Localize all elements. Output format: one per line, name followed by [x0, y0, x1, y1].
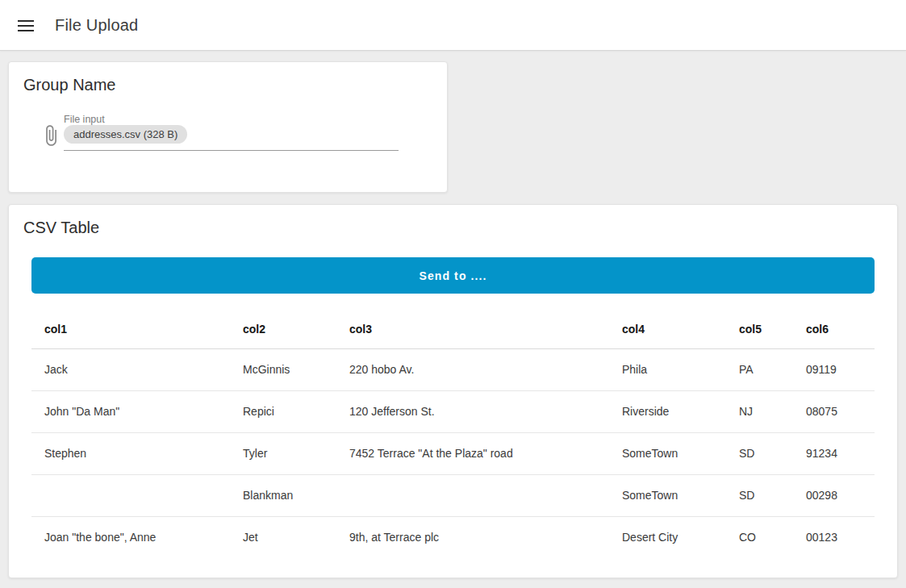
column-header: col5	[726, 310, 793, 348]
table-cell: 00123	[793, 516, 875, 558]
table-cell	[336, 474, 609, 516]
table-cell: 09119	[793, 348, 875, 390]
table-cell: 7452 Terrace "At the Plaza" road	[336, 432, 609, 474]
group-name-card-title: Group Name	[23, 76, 116, 94]
table-cell: SomeTown	[609, 432, 726, 474]
csv-table-container: col1col2col3col4col5col6 JackMcGinnis220…	[31, 310, 875, 558]
csv-table: col1col2col3col4col5col6 JackMcGinnis220…	[31, 310, 875, 558]
table-cell: SomeTown	[609, 474, 726, 516]
table-cell: Jet	[230, 516, 336, 558]
hamburger-bar	[18, 20, 34, 22]
table-row: BlankmanSomeTownSD00298	[31, 474, 875, 516]
table-cell: SD	[726, 432, 793, 474]
table-cell: 00298	[793, 474, 875, 516]
table-body: JackMcGinnis220 hobo Av.PhilaPA09119John…	[31, 348, 875, 558]
table-cell: Phila	[609, 348, 726, 390]
table-cell: Repici	[230, 390, 336, 432]
table-cell: Riverside	[609, 390, 726, 432]
column-header: col6	[793, 310, 875, 348]
page-title: File Upload	[55, 0, 138, 51]
table-cell: NJ	[726, 390, 793, 432]
table-cell: SD	[726, 474, 793, 516]
table-cell: 120 Jefferson St.	[336, 390, 609, 432]
table-cell: John "Da Man"	[31, 390, 230, 432]
table-cell: Blankman	[230, 474, 336, 516]
file-chip[interactable]: addresses.csv (328 B)	[64, 125, 187, 144]
hamburger-bar	[18, 30, 34, 31]
table-row: JackMcGinnis220 hobo Av.PhilaPA09119	[31, 348, 875, 390]
column-header: col1	[31, 310, 230, 348]
table-cell: Joan "the bone", Anne	[31, 516, 230, 558]
table-row: Joan "the bone", AnneJet9th, at Terrace …	[31, 516, 875, 558]
paperclip-icon[interactable]	[40, 120, 62, 151]
table-cell: Desert City	[609, 516, 726, 558]
group-name-card: Group Name File input addresses.csv (328…	[8, 61, 448, 193]
app-bar: File Upload	[0, 0, 906, 51]
file-input-underline[interactable]	[64, 150, 399, 151]
table-header-row: col1col2col3col4col5col6	[31, 310, 875, 348]
send-to-button[interactable]: Send to ....	[31, 257, 875, 294]
table-row: John "Da Man"Repici120 Jefferson St.Rive…	[31, 390, 875, 432]
table-cell: Stephen	[31, 432, 230, 474]
table-cell	[31, 474, 230, 516]
table-cell: 220 hobo Av.	[336, 348, 609, 390]
table-cell: Tyler	[230, 432, 336, 474]
table-row: StephenTyler7452 Terrace "At the Plaza" …	[31, 432, 875, 474]
column-header: col3	[336, 310, 609, 348]
table-cell: 9th, at Terrace plc	[336, 516, 609, 558]
table-cell: Jack	[31, 348, 230, 390]
table-cell: McGinnis	[230, 348, 336, 390]
table-cell: 08075	[793, 390, 875, 432]
csv-table-card-title: CSV Table	[23, 219, 99, 237]
column-header: col4	[609, 310, 726, 348]
column-header: col2	[230, 310, 336, 348]
table-cell: PA	[726, 348, 793, 390]
hamburger-bar	[18, 25, 34, 27]
file-input-label: File input	[64, 114, 105, 125]
table-cell: CO	[726, 516, 793, 558]
csv-table-card: CSV Table Send to .... col1col2col3col4c…	[8, 204, 898, 578]
table-cell: 91234	[793, 432, 875, 474]
hamburger-menu-icon[interactable]	[11, 11, 40, 40]
